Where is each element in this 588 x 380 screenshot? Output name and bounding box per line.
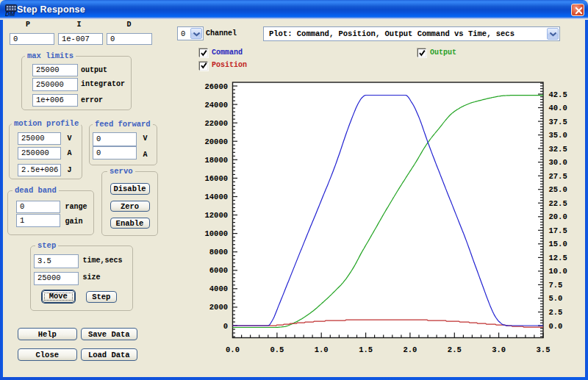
svg-text:2000: 2000 (209, 303, 228, 312)
svg-text:8000: 8000 (209, 248, 228, 257)
svg-text:6000: 6000 (209, 266, 228, 275)
svg-text:2.0: 2.0 (403, 345, 417, 354)
svg-text:2.5: 2.5 (549, 308, 563, 317)
svg-text:0.0: 0.0 (549, 322, 563, 331)
svg-text:16000: 16000 (204, 174, 228, 183)
svg-text:1.0: 1.0 (315, 345, 329, 354)
svg-text:25.0: 25.0 (549, 185, 567, 194)
svg-text:20.0: 20.0 (549, 212, 567, 221)
svg-text:5.0: 5.0 (549, 294, 563, 303)
svg-text:1.5: 1.5 (359, 345, 373, 354)
svg-text:DM: DM (5, 10, 15, 16)
svg-text:37.5: 37.5 (549, 118, 567, 126)
svg-text:14000: 14000 (204, 193, 228, 201)
svg-text:24000: 24000 (204, 101, 228, 110)
svg-text:7.5: 7.5 (549, 281, 563, 290)
svg-text:0: 0 (223, 322, 228, 331)
svg-text:0.0: 0.0 (226, 345, 240, 354)
svg-text:32.5: 32.5 (549, 145, 567, 154)
svg-text:4000: 4000 (209, 284, 228, 293)
svg-text:12000: 12000 (204, 211, 228, 220)
svg-text:26000: 26000 (204, 82, 228, 91)
svg-text:3.5: 3.5 (537, 345, 551, 354)
svg-text:40.0: 40.0 (549, 104, 567, 112)
svg-text:15.0: 15.0 (549, 240, 567, 248)
svg-text:22000: 22000 (204, 119, 228, 128)
svg-text:17.5: 17.5 (549, 226, 567, 235)
svg-text:3.0: 3.0 (492, 345, 506, 354)
svg-text:0.5: 0.5 (270, 345, 284, 354)
svg-text:2.5: 2.5 (448, 345, 462, 354)
svg-text:18000: 18000 (204, 156, 228, 165)
svg-text:20000: 20000 (204, 137, 228, 146)
svg-text:30.0: 30.0 (549, 158, 567, 167)
svg-text:35.0: 35.0 (549, 131, 567, 140)
svg-text:22.5: 22.5 (549, 199, 567, 208)
svg-text:12.5: 12.5 (549, 254, 567, 262)
svg-text:42.5: 42.5 (549, 90, 567, 99)
svg-text:27.5: 27.5 (549, 172, 567, 181)
svg-text:10000: 10000 (204, 229, 228, 238)
svg-text:10.0: 10.0 (549, 267, 567, 276)
